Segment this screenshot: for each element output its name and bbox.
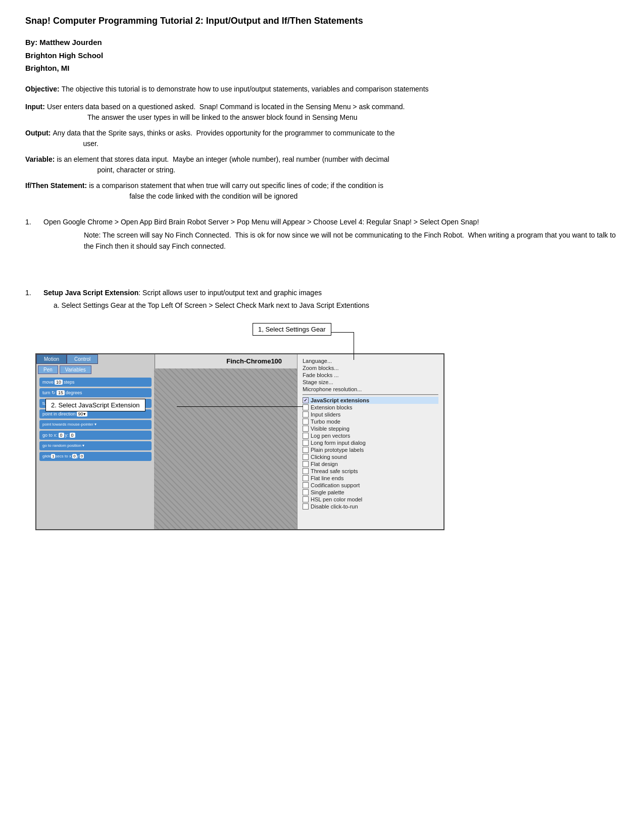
- setup-title-text: Setup Java Script Extension: [43, 289, 138, 297]
- snap-tabs-row: Motion Control: [36, 354, 155, 364]
- def-input-text2: The answer the user types in will be lin…: [87, 112, 405, 123]
- setup-num: 1.: [25, 288, 43, 298]
- menu-item-mic[interactable]: Microphone resolution...: [303, 386, 438, 393]
- menu-item-log-pen[interactable]: Log pen vectors: [303, 432, 438, 439]
- step-1-note: Note: The screen will say No Finch Conne…: [84, 229, 619, 252]
- snap-subtab-pen[interactable]: Pen: [38, 365, 58, 374]
- menu-item-plain-proto[interactable]: Plain prototype labels: [303, 446, 438, 453]
- menu-item-input-sliders[interactable]: Input sliders: [303, 411, 438, 418]
- step-1-content: Open Google Chrome > Open App Bird Brain…: [43, 217, 619, 252]
- log-pen-checkbox[interactable]: [303, 433, 309, 439]
- step-1-num: 1.: [25, 217, 43, 227]
- menu-item-flat-line[interactable]: Flat line ends: [303, 475, 438, 482]
- menu-item-zoom[interactable]: Zoom blocks...: [303, 364, 438, 372]
- menu-item-language[interactable]: Language...: [303, 357, 438, 364]
- snap-settings-panel: Language... Zoom blocks... Fade blocks .…: [297, 354, 443, 529]
- menu-item-flat-design[interactable]: Flat design: [303, 460, 438, 468]
- snap-subtabs-row: Pen Variables: [36, 364, 155, 376]
- def-output-text: Any data that the Sprite says, thinks or…: [53, 128, 395, 138]
- flat-line-checkbox[interactable]: [303, 475, 309, 481]
- snap-subtab-variables[interactable]: Variables: [60, 365, 91, 374]
- def-ifthen-content: is a comparison statement that when true…: [89, 180, 383, 202]
- menu-item-single-palette[interactable]: Single palette: [303, 489, 438, 496]
- block-point-towards[interactable]: point towards mouse-pointer ▾: [39, 420, 152, 429]
- hsl-checkbox[interactable]: [303, 496, 309, 502]
- menu-item-visible-stepping[interactable]: Visible stepping: [303, 425, 438, 432]
- step-1-text: Open Google Chrome > Open App Bird Brain…: [43, 217, 619, 227]
- def-variable-content: is an element that stores data input. Ma…: [57, 154, 389, 175]
- def-input-content: User enters data based on a questioned a…: [47, 102, 405, 123]
- def-ifthen-indent: false the code linked with the condition…: [129, 191, 383, 202]
- menu-item-clicking-sound[interactable]: Clicking sound: [303, 453, 438, 460]
- js-ext-checkbox[interactable]: ✓: [303, 397, 309, 403]
- menu-item-codification[interactable]: Codification support: [303, 482, 438, 489]
- menu-item-fade[interactable]: Fade blocks ...: [303, 372, 438, 379]
- author-location: Brighton, MI: [25, 62, 619, 75]
- objective-text: The objective this tutorial is to demons…: [62, 84, 619, 95]
- menu-item-hsl[interactable]: HSL pen color model: [303, 496, 438, 503]
- menu-item-js-ext[interactable]: ✓JavaScript extensions: [303, 397, 438, 404]
- ext-blocks-checkbox[interactable]: [303, 404, 309, 410]
- block-goto-random[interactable]: go to random position ▾: [39, 441, 152, 450]
- plain-proto-checkbox[interactable]: [303, 447, 309, 453]
- def-variable: Variable: is an element that stores data…: [25, 154, 619, 175]
- setup-title-row: 1. Setup Java Script Extension: Script a…: [25, 288, 619, 318]
- def-output-indent: user.: [53, 138, 395, 149]
- def-variable-text: is an element that stores data input. Ma…: [57, 154, 389, 165]
- page-title: Snap! Computer Programming Tutorial 2: I…: [25, 15, 619, 27]
- snap-tab-control[interactable]: Control: [67, 354, 98, 364]
- menu-item-stage-size[interactable]: Stage size...: [303, 379, 438, 386]
- setup-title-line: Setup Java Script Extension: Script allo…: [43, 288, 369, 298]
- def-input: Input: User enters data based on a quest…: [25, 102, 619, 123]
- input-sliders-checkbox[interactable]: [303, 411, 309, 418]
- objective-section: Objective: The objective this tutorial i…: [25, 84, 619, 95]
- codification-checkbox[interactable]: [303, 482, 309, 488]
- snap-tab-motion[interactable]: Motion: [36, 354, 67, 364]
- setup-content: Setup Java Script Extension: Script allo…: [43, 288, 369, 318]
- def-output: Output: Any data that the Sprite says, t…: [25, 128, 619, 149]
- thread-safe-checkbox[interactable]: [303, 468, 309, 474]
- def-ifthen-text: is a comparison statement that when true…: [89, 180, 383, 191]
- menu-item-ext-blocks[interactable]: Extension blocks: [303, 404, 438, 411]
- snap-stage-area: [154, 368, 297, 530]
- author-block: By: Matthew Jourden Brighton High School…: [25, 36, 619, 75]
- def-ifthen-label: If/Then Statement:: [25, 180, 87, 191]
- flat-design-checkbox[interactable]: [303, 461, 309, 467]
- def-input-label: Input:: [25, 102, 45, 112]
- block-move[interactable]: move 10 steps: [39, 378, 152, 387]
- def-variable-indent: point, character or string.: [97, 165, 389, 175]
- clicking-sound-checkbox[interactable]: [303, 454, 309, 460]
- def-variable-label: Variable:: [25, 154, 55, 165]
- stage-bg: [154, 368, 297, 530]
- snap-screenshot: S! 📄 ☁ ⚙ Finch-Chrome100 ▬ □ ✕ Mot: [35, 353, 444, 530]
- author-name: By: Matthew Jourden: [25, 36, 619, 49]
- def-output-content: Any data that the Sprite says, thinks or…: [53, 128, 395, 149]
- callout1-arrow-v: [354, 332, 354, 360]
- settings-menu-items: Language... Zoom blocks... Fade blocks .…: [303, 357, 438, 510]
- snap-app-title: Finch-Chrome100: [226, 357, 282, 365]
- step-1: 1. Open Google Chrome > Open App Bird Br…: [25, 217, 619, 252]
- menu-item-thread-safe[interactable]: Thread safe scripts: [303, 468, 438, 475]
- menu-item-disable-click[interactable]: Disable click-to-run: [303, 503, 438, 510]
- def-ifthen: If/Then Statement: is a comparison state…: [25, 180, 619, 202]
- visible-stepping-checkbox[interactable]: [303, 426, 309, 432]
- single-palette-checkbox[interactable]: [303, 489, 309, 495]
- callout2-arrow-h: [177, 406, 303, 407]
- setup-colon: : Script allows user to input/output tex…: [138, 289, 322, 297]
- author-school: Brighton High School: [25, 49, 619, 62]
- menu-item-turbo[interactable]: Turbo mode: [303, 418, 438, 425]
- setup-substep: a. Select Settings Gear at the Top Left …: [54, 300, 369, 311]
- numbered-section: 1. Open Google Chrome > Open App Bird Br…: [25, 217, 619, 252]
- setup-section: 1. Setup Java Script Extension: Script a…: [25, 288, 619, 318]
- long-form-checkbox[interactable]: [303, 440, 309, 446]
- definitions-section: Input: User enters data based on a quest…: [25, 102, 619, 202]
- disable-click-checkbox[interactable]: [303, 503, 309, 509]
- settings-menu-header: Language... Zoom blocks... Fade blocks .…: [303, 357, 438, 510]
- block-turn-cw[interactable]: turn ↻ 15 degrees: [39, 388, 152, 397]
- block-goto-xy[interactable]: go to x: 0 y: 0: [39, 431, 152, 440]
- block-glide[interactable]: glide 1 secs to x: 0 y: 0: [39, 452, 152, 461]
- turbo-checkbox[interactable]: [303, 419, 309, 425]
- callout2-box: 2. Select JavaScript Extension: [45, 399, 145, 411]
- menu-item-long-form[interactable]: Long form input dialog: [303, 439, 438, 446]
- def-output-label: Output:: [25, 128, 51, 138]
